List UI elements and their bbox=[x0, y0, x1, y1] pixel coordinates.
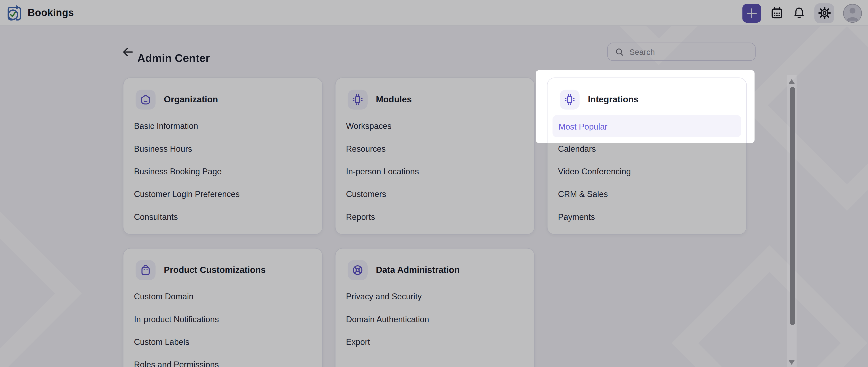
tutorial-dim-overlay bbox=[0, 0, 868, 367]
app-window: Bookings bbox=[0, 0, 868, 367]
integrations-card-header: Integrations bbox=[560, 90, 734, 109]
integrations-icon bbox=[560, 90, 580, 109]
scroll-down-arrow-icon[interactable] bbox=[788, 360, 795, 365]
scrollbar-thumb[interactable] bbox=[790, 87, 795, 325]
menu-item-label: Most Popular bbox=[558, 122, 608, 131]
scroll-up-arrow-icon[interactable] bbox=[788, 79, 795, 84]
card-title: Integrations bbox=[588, 95, 639, 105]
menu-item-most-popular[interactable]: Most Popular bbox=[553, 115, 741, 137]
